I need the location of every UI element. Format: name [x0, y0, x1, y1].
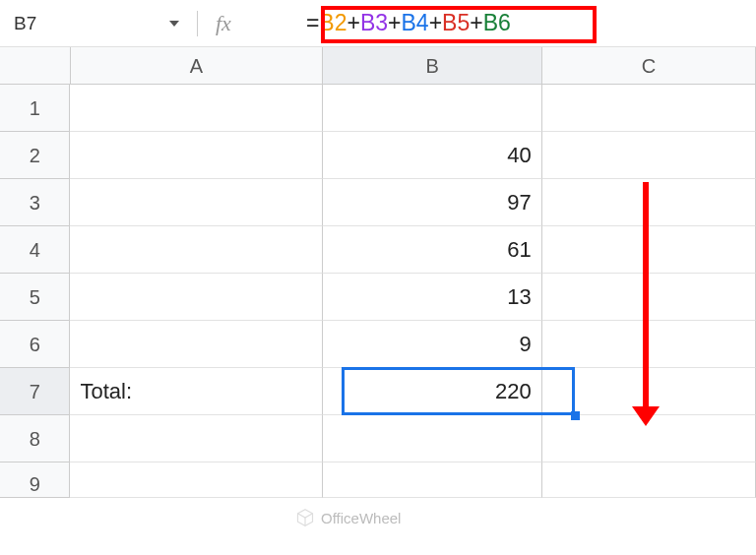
- formula-ref-b3: B3: [360, 10, 388, 35]
- row-9: 9: [0, 462, 756, 498]
- row-header-9[interactable]: 9: [0, 462, 70, 498]
- cell-c8[interactable]: [542, 415, 756, 462]
- cell-c3[interactable]: [542, 179, 756, 226]
- cell-a1[interactable]: [70, 85, 323, 132]
- cell-a8[interactable]: [70, 415, 323, 462]
- cell-b7[interactable]: 220: [323, 368, 542, 415]
- row-8: 8: [0, 415, 756, 462]
- cell-c6[interactable]: [542, 321, 756, 368]
- cell-c7[interactable]: [542, 368, 756, 415]
- watermark: OfficeWheel: [295, 508, 401, 527]
- cell-a4[interactable]: [70, 226, 323, 274]
- formula-plus: +: [388, 10, 401, 35]
- spreadsheet-grid[interactable]: A B C 1 2 40 3 97 4 61 5 13 6 9 7: [0, 47, 756, 498]
- cell-a9[interactable]: [70, 462, 323, 498]
- cell-b3[interactable]: 97: [323, 179, 542, 226]
- row-1: 1: [0, 85, 756, 132]
- row-2: 2 40: [0, 132, 756, 179]
- cell-b6[interactable]: 9: [323, 321, 542, 368]
- cell-b8[interactable]: [323, 415, 542, 462]
- cell-b9[interactable]: [323, 462, 542, 498]
- select-all-corner[interactable]: [0, 47, 71, 85]
- cell-b2[interactable]: 40: [323, 132, 542, 179]
- cell-c2[interactable]: [542, 132, 756, 179]
- name-box-value: B7: [14, 13, 36, 34]
- formula-ref-b2: B2: [319, 10, 346, 35]
- cell-c5[interactable]: [542, 274, 756, 321]
- formula-ref-b5: B5: [442, 10, 470, 35]
- name-box[interactable]: B7: [10, 13, 187, 34]
- cell-c4[interactable]: [542, 226, 756, 274]
- row-header-5[interactable]: 5: [0, 274, 70, 321]
- cell-a5[interactable]: [70, 274, 323, 321]
- formula-bar: B7 fx =B2+B3+B4+B5+B6: [0, 0, 756, 47]
- row-header-7[interactable]: 7: [0, 368, 70, 415]
- cell-b5[interactable]: 13: [323, 274, 542, 321]
- column-headers: A B C: [0, 47, 756, 85]
- divider: [197, 11, 198, 36]
- formula-plus: +: [470, 10, 482, 35]
- row-5: 5 13: [0, 274, 756, 321]
- formula-eq: =: [306, 10, 319, 35]
- formula-ref-b6: B6: [483, 10, 511, 35]
- cell-b1[interactable]: [323, 85, 542, 132]
- formula-plus: +: [429, 10, 442, 35]
- cell-c9[interactable]: [542, 462, 756, 498]
- cell-b4[interactable]: 61: [323, 226, 542, 274]
- cell-c1[interactable]: [542, 85, 756, 132]
- cell-a7[interactable]: Total:: [70, 368, 323, 415]
- row-4: 4 61: [0, 226, 756, 274]
- row-header-6[interactable]: 6: [0, 321, 70, 368]
- svg-marker-0: [298, 510, 313, 526]
- formula-input[interactable]: =B2+B3+B4+B5+B6: [300, 8, 517, 38]
- cell-a6[interactable]: [70, 321, 323, 368]
- column-header-a[interactable]: A: [71, 47, 324, 85]
- cell-a3[interactable]: [70, 179, 323, 226]
- row-3: 3 97: [0, 179, 756, 226]
- row-header-8[interactable]: 8: [0, 415, 70, 462]
- cell-a2[interactable]: [70, 132, 323, 179]
- column-header-b[interactable]: B: [323, 47, 542, 85]
- row-6: 6 9: [0, 321, 756, 368]
- formula-plus: +: [346, 10, 359, 35]
- fx-icon: fx: [216, 11, 231, 36]
- row-7: 7 Total: 220: [0, 368, 756, 415]
- row-header-3[interactable]: 3: [0, 179, 70, 226]
- chevron-down-icon[interactable]: [169, 21, 179, 27]
- row-header-2[interactable]: 2: [0, 132, 70, 179]
- watermark-text: OfficeWheel: [321, 510, 401, 526]
- row-header-1[interactable]: 1: [0, 85, 70, 132]
- column-header-c[interactable]: C: [542, 47, 756, 85]
- logo-icon: [295, 508, 315, 527]
- row-header-4[interactable]: 4: [0, 226, 70, 274]
- formula-ref-b4: B4: [401, 10, 428, 35]
